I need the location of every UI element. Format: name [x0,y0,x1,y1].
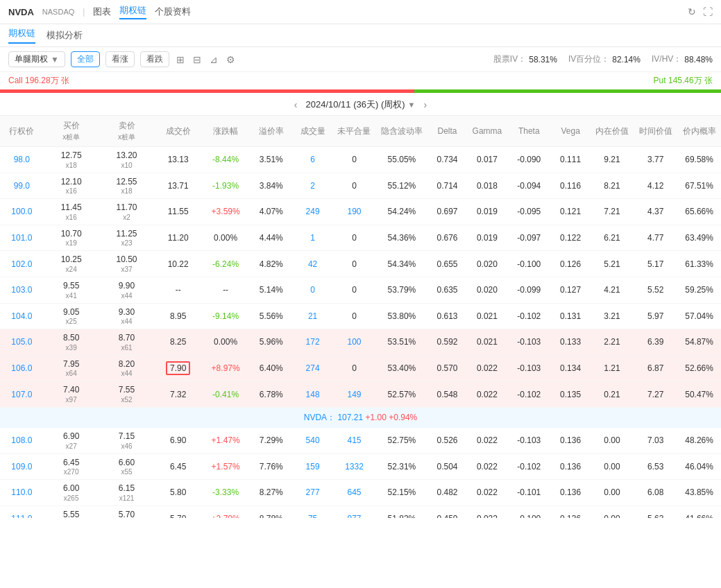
table-row[interactable]: 107.0 7.40 x97 7.55 x52 7.32 -0.41% 6.78… [0,381,721,408]
grid-icon[interactable]: ⊞ [175,53,186,67]
cell-ask[interactable]: 7.15 x46 [99,428,155,453]
date-next-arrow[interactable]: › [423,99,427,110]
cell-change: +3.59% [202,199,249,225]
table-row[interactable]: 106.0 7.95 x64 8.20 x44 7.90 +8.97% 6.40… [0,355,721,381]
tab-chart[interactable]: 图表 [93,6,111,18]
cell-ask[interactable]: 11.70 x2 [99,199,155,225]
cell-volume: 42 [293,251,332,277]
filter-put[interactable]: 看跌 [140,51,169,67]
cell-intrinsic: 3.21 [591,303,634,329]
cell-bid[interactable]: 8.50 x39 [44,329,99,356]
cell-gamma: 0.022 [467,381,507,408]
cell-bid[interactable]: 7.40 x97 [44,381,99,408]
cell-vega: 0.127 [551,277,591,303]
cell-gamma: 0.019 [467,199,507,225]
cell-bid[interactable]: 12.10 x16 [44,173,99,199]
table-row[interactable]: 108.0 6.90 x27 7.15 x46 6.90 +1.47% 7.29… [0,428,721,453]
table-row[interactable]: 105.0 8.50 x39 8.70 x61 8.25 0.00% 5.96%… [0,329,721,356]
refresh-icon[interactable]: ↻ [688,6,696,17]
cell-change: -0.41% [202,381,249,408]
cell-bid[interactable]: 12.75 x18 [44,147,99,173]
options-table-container: 行权价 买价x桩单 卖价x桩单 成交价 涨跌幅 溢价率 成交量 未平合量 隐含波… [0,116,721,518]
settings-icon[interactable]: ⚙ [225,53,237,67]
cell-bid[interactable]: 7.95 x64 [44,355,99,381]
table-row[interactable]: 104.0 9.05 x25 9.30 x44 8.95 -9.14% 5.56… [0,303,721,329]
cell-oi: 0 [332,277,376,303]
cell-bid[interactable]: 9.55 x41 [44,277,99,303]
funnel-icon[interactable]: ⊿ [208,53,219,67]
cell-oi: 0 [332,303,376,329]
filter-all[interactable]: 全部 [71,51,100,67]
columns-icon[interactable]: ⊟ [192,53,203,67]
tab-stock-info[interactable]: 个股资料 [155,6,191,18]
cell-bid[interactable]: 6.45 x270 [44,453,99,480]
cell-ask[interactable]: 8.70 x61 [99,329,155,356]
call-put-info: Call 196.28万 张 Put 145.46万 张 [0,72,721,89]
cell-iv: 8.27% [249,480,293,506]
cell-change: -1.93% [202,173,249,199]
expand-icon[interactable]: ⛶ [703,6,713,17]
filter-call[interactable]: 看涨 [105,51,135,67]
cell-impl-vol: 52.75% [376,428,427,453]
cell-strike: 99.0 [0,173,44,199]
table-row[interactable]: 109.0 6.45 x270 6.60 x55 6.45 +1.57% 7.7… [0,453,721,480]
cell-strike: 100.0 [0,199,44,225]
table-row[interactable]: 111.0 5.55 x126 5.70 x35 5.70 +2.70% 8.7… [0,505,721,518]
app-container: NVDA NASDAQ | 图表 期权链 个股资料 ↻ ⛶ 期权链 模拟分析 单… [0,0,721,518]
tab-options-chain[interactable]: 期权链 [119,4,146,19]
cell-vega: 0.121 [551,199,591,225]
cell-intrinsic: 2.21 [591,329,634,356]
cell-bid[interactable]: 5.55 x126 [44,505,99,518]
table-row[interactable]: 102.0 10.25 x24 10.50 x37 10.22 -6.24% 4… [0,251,721,277]
tab-simulation[interactable]: 模拟分析 [46,29,83,42]
cell-ask[interactable]: 5.70 x35 [99,505,155,518]
cell-bid[interactable]: 6.00 x265 [44,480,99,506]
date-selector[interactable]: 2024/10/11 (36天) (周权) ▼ [306,98,416,111]
table-row[interactable]: 98.0 12.75 x18 13.20 x10 13.13 -8.44% 3.… [0,147,721,173]
cell-bid[interactable]: 10.25 x24 [44,251,99,277]
date-prev-arrow[interactable]: ‹ [294,99,298,110]
cell-bid[interactable]: 10.70 x19 [44,225,99,251]
table-row[interactable]: 101.0 10.70 x19 11.25 x23 11.20 0.00% 4.… [0,225,721,251]
cell-strike: 108.0 [0,428,44,453]
cell-change: -9.14% [202,303,249,329]
cell-ask[interactable]: 8.20 x44 [99,355,155,381]
cell-ask[interactable]: 11.25 x23 [99,225,155,251]
cell-bid[interactable]: 6.90 x27 [44,428,99,453]
cell-volume: 277 [293,480,332,506]
table-row[interactable]: 103.0 9.55 x41 9.90 x44 -- -- 5.14% 0 0 … [0,277,721,303]
table-header-row: 行权价 买价x桩单 卖价x桩单 成交价 涨跌幅 溢价率 成交量 未平合量 隐含波… [0,116,721,147]
brand-separator: | [83,7,85,17]
cell-itm: 59.25% [677,277,721,303]
cell-time-val: 6.87 [634,355,677,381]
table-row[interactable]: 99.0 12.10 x16 12.55 x18 13.71 -1.93% 3.… [0,173,721,199]
cell-last: 8.25 [154,329,201,356]
cell-ask[interactable]: 13.20 x10 [99,147,155,173]
cell-time-val: 3.77 [634,147,677,173]
header-theta: Theta [507,116,551,147]
cell-ask[interactable]: 6.15 x121 [99,480,155,506]
cell-bid[interactable]: 11.45 x16 [44,199,99,225]
cell-impl-vol: 55.12% [376,173,427,199]
cell-volume: 249 [293,199,332,225]
cell-ask[interactable]: 6.60 x55 [99,453,155,480]
cell-volume: 6 [293,147,332,173]
table-row[interactable]: 110.0 6.00 x265 6.15 x121 5.80 -3.33% 8.… [0,480,721,506]
cell-delta: 0.526 [427,428,467,453]
iv-pct-value: 82.14% [612,55,641,64]
cell-theta: -0.102 [507,303,551,329]
option-type-selector[interactable]: 单腿期权 ▼ [8,51,65,67]
cell-ask[interactable]: 9.90 x44 [99,277,155,303]
cell-ask[interactable]: 7.55 x52 [99,381,155,408]
cell-ask[interactable]: 9.30 x44 [99,303,155,329]
cell-bid[interactable]: 9.05 x25 [44,303,99,329]
cell-ask[interactable]: 12.55 x18 [99,173,155,199]
cell-intrinsic: 5.21 [591,251,634,277]
cell-ask[interactable]: 10.50 x37 [99,251,155,277]
cell-volume: 1 [293,225,332,251]
table-row[interactable]: 100.0 11.45 x16 11.70 x2 11.55 +3.59% 4.… [0,199,721,225]
cell-strike: 109.0 [0,453,44,480]
tab-options-chain-sub[interactable]: 期权链 [8,27,35,44]
cell-delta: 0.459 [427,505,467,518]
cell-impl-vol: 52.15% [376,480,427,506]
